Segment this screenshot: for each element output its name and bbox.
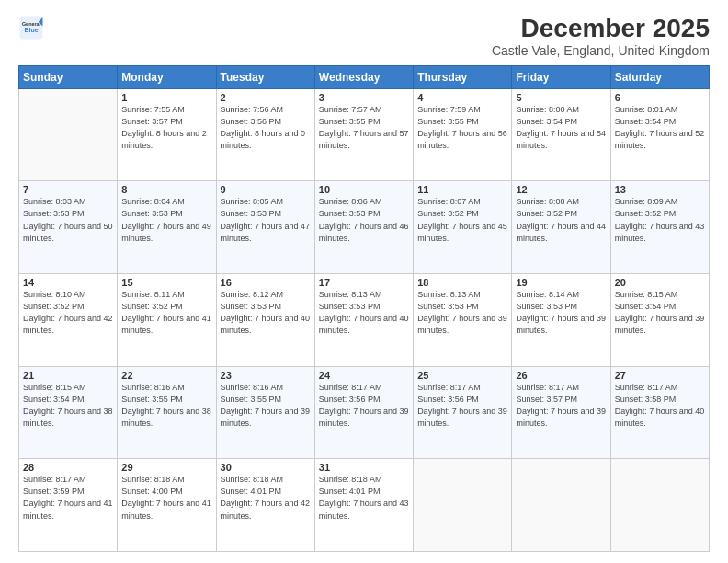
- daylight-text: Daylight: 7 hours and 41 minutes.: [121, 314, 211, 335]
- table-row: 27Sunrise: 8:17 AMSunset: 3:58 PMDayligh…: [610, 366, 709, 459]
- daylight-text: Daylight: 7 hours and 47 minutes.: [221, 222, 311, 243]
- svg-text:Blue: Blue: [24, 27, 38, 33]
- sunset-text: Sunset: 3:52 PM: [615, 209, 677, 218]
- table-row: 7Sunrise: 8:03 AMSunset: 3:53 PMDaylight…: [19, 181, 118, 274]
- col-tuesday: Tuesday: [216, 65, 314, 88]
- sunset-text: Sunset: 3:53 PM: [319, 302, 381, 311]
- daylight-text: Daylight: 7 hours and 49 minutes.: [121, 222, 211, 243]
- day-number: 14: [23, 277, 113, 288]
- day-number: 7: [23, 184, 113, 195]
- table-row: 18Sunrise: 8:13 AMSunset: 3:53 PMDayligh…: [414, 274, 512, 367]
- day-info: Sunrise: 8:18 AMSunset: 4:01 PMDaylight:…: [221, 474, 311, 522]
- sunset-text: Sunset: 3:56 PM: [417, 395, 479, 404]
- page: General Blue December 2025 Castle Vale, …: [0, 0, 728, 563]
- daylight-text: Daylight: 7 hours and 44 minutes.: [516, 222, 606, 243]
- day-info: Sunrise: 8:01 AMSunset: 3:54 PMDaylight:…: [615, 104, 705, 152]
- sunset-text: Sunset: 3:55 PM: [417, 117, 479, 126]
- table-row: 26Sunrise: 8:17 AMSunset: 3:57 PMDayligh…: [512, 366, 610, 459]
- day-info: Sunrise: 7:55 AMSunset: 3:57 PMDaylight:…: [121, 104, 211, 152]
- daylight-text: Daylight: 7 hours and 39 minutes.: [615, 314, 705, 335]
- day-number: 23: [221, 370, 311, 381]
- sunrise-text: Sunrise: 8:13 AM: [417, 290, 481, 299]
- day-number: 9: [221, 184, 311, 195]
- table-row: [512, 459, 610, 552]
- sunset-text: Sunset: 3:54 PM: [23, 395, 85, 404]
- daylight-text: Daylight: 7 hours and 45 minutes.: [417, 222, 507, 243]
- day-number: 27: [615, 370, 705, 381]
- calendar-subtitle: Castle Vale, England, United Kingdom: [492, 43, 710, 58]
- col-monday: Monday: [118, 65, 216, 88]
- day-number: 21: [23, 370, 113, 381]
- daylight-text: Daylight: 7 hours and 38 minutes.: [23, 407, 113, 428]
- sunrise-text: Sunrise: 8:05 AM: [221, 197, 284, 206]
- day-info: Sunrise: 8:18 AMSunset: 4:00 PMDaylight:…: [121, 474, 211, 522]
- sunset-text: Sunset: 3:54 PM: [615, 302, 677, 311]
- day-info: Sunrise: 8:08 AMSunset: 3:52 PMDaylight:…: [516, 196, 606, 244]
- sunrise-text: Sunrise: 8:17 AM: [417, 383, 481, 392]
- sunrise-text: Sunrise: 7:55 AM: [121, 105, 185, 114]
- day-number: 1: [121, 92, 211, 103]
- sunrise-text: Sunrise: 8:18 AM: [121, 475, 185, 484]
- table-row: 16Sunrise: 8:12 AMSunset: 3:53 PMDayligh…: [216, 274, 314, 367]
- header: General Blue December 2025 Castle Vale, …: [18, 15, 710, 58]
- day-number: 22: [121, 370, 211, 381]
- title-block: December 2025 Castle Vale, England, Unit…: [492, 15, 710, 58]
- day-info: Sunrise: 8:09 AMSunset: 3:52 PMDaylight:…: [615, 196, 705, 244]
- table-row: 12Sunrise: 8:08 AMSunset: 3:52 PMDayligh…: [512, 181, 610, 274]
- calendar-week-row: 21Sunrise: 8:15 AMSunset: 3:54 PMDayligh…: [19, 366, 710, 459]
- daylight-text: Daylight: 7 hours and 43 minutes.: [319, 499, 409, 520]
- daylight-text: Daylight: 7 hours and 39 minutes.: [417, 314, 507, 335]
- sunset-text: Sunset: 4:01 PM: [221, 487, 282, 496]
- day-info: Sunrise: 7:56 AMSunset: 3:56 PMDaylight:…: [221, 104, 311, 152]
- table-row: 23Sunrise: 8:16 AMSunset: 3:55 PMDayligh…: [216, 366, 314, 459]
- sunrise-text: Sunrise: 8:18 AM: [319, 475, 382, 484]
- sunset-text: Sunset: 3:55 PM: [121, 395, 183, 404]
- sunset-text: Sunset: 3:55 PM: [221, 395, 282, 404]
- sunset-text: Sunset: 3:53 PM: [516, 302, 577, 311]
- daylight-text: Daylight: 7 hours and 43 minutes.: [615, 222, 705, 243]
- sunset-text: Sunset: 3:57 PM: [121, 117, 183, 126]
- sunrise-text: Sunrise: 8:13 AM: [319, 290, 382, 299]
- sunset-text: Sunset: 4:00 PM: [121, 487, 183, 496]
- table-row: 14Sunrise: 8:10 AMSunset: 3:52 PMDayligh…: [19, 274, 118, 367]
- daylight-text: Daylight: 8 hours and 2 minutes.: [121, 129, 207, 150]
- sunrise-text: Sunrise: 7:57 AM: [319, 105, 382, 114]
- day-number: 5: [516, 92, 606, 103]
- table-row: 19Sunrise: 8:14 AMSunset: 3:53 PMDayligh…: [512, 274, 610, 367]
- day-info: Sunrise: 8:06 AMSunset: 3:53 PMDaylight:…: [319, 196, 409, 244]
- day-info: Sunrise: 8:17 AMSunset: 3:59 PMDaylight:…: [23, 474, 113, 522]
- day-info: Sunrise: 8:00 AMSunset: 3:54 PMDaylight:…: [516, 104, 606, 152]
- table-row: 3Sunrise: 7:57 AMSunset: 3:55 PMDaylight…: [314, 88, 413, 181]
- day-info: Sunrise: 8:16 AMSunset: 3:55 PMDaylight:…: [121, 382, 211, 430]
- table-row: 21Sunrise: 8:15 AMSunset: 3:54 PMDayligh…: [19, 366, 118, 459]
- sunset-text: Sunset: 3:52 PM: [23, 302, 85, 311]
- day-number: 18: [417, 277, 507, 288]
- day-number: 12: [516, 184, 606, 195]
- table-row: 20Sunrise: 8:15 AMSunset: 3:54 PMDayligh…: [610, 274, 709, 367]
- table-row: 8Sunrise: 8:04 AMSunset: 3:53 PMDaylight…: [118, 181, 216, 274]
- sunrise-text: Sunrise: 8:18 AM: [221, 475, 284, 484]
- day-info: Sunrise: 7:59 AMSunset: 3:55 PMDaylight:…: [417, 104, 507, 152]
- svg-text:General: General: [22, 21, 41, 27]
- day-info: Sunrise: 8:04 AMSunset: 3:53 PMDaylight:…: [121, 196, 211, 244]
- table-row: 1Sunrise: 7:55 AMSunset: 3:57 PMDaylight…: [118, 88, 216, 181]
- day-number: 4: [417, 92, 507, 103]
- table-row: 31Sunrise: 8:18 AMSunset: 4:01 PMDayligh…: [314, 459, 413, 552]
- table-row: 29Sunrise: 8:18 AMSunset: 4:00 PMDayligh…: [118, 459, 216, 552]
- daylight-text: Daylight: 7 hours and 39 minutes.: [516, 314, 606, 335]
- table-row: 13Sunrise: 8:09 AMSunset: 3:52 PMDayligh…: [610, 181, 709, 274]
- table-row: 17Sunrise: 8:13 AMSunset: 3:53 PMDayligh…: [314, 274, 413, 367]
- day-number: 20: [615, 277, 705, 288]
- daylight-text: Daylight: 7 hours and 46 minutes.: [319, 222, 409, 243]
- table-row: 28Sunrise: 8:17 AMSunset: 3:59 PMDayligh…: [19, 459, 118, 552]
- day-info: Sunrise: 8:17 AMSunset: 3:58 PMDaylight:…: [615, 382, 705, 430]
- sunset-text: Sunset: 3:57 PM: [516, 395, 577, 404]
- table-row: 30Sunrise: 8:18 AMSunset: 4:01 PMDayligh…: [216, 459, 314, 552]
- day-number: 26: [516, 370, 606, 381]
- daylight-text: Daylight: 7 hours and 39 minutes.: [516, 407, 606, 428]
- sunrise-text: Sunrise: 8:01 AM: [615, 105, 678, 114]
- col-friday: Friday: [512, 65, 610, 88]
- calendar-title: December 2025: [492, 15, 710, 43]
- calendar-header-row: Sunday Monday Tuesday Wednesday Thursday…: [19, 65, 710, 88]
- sunset-text: Sunset: 3:59 PM: [23, 487, 85, 496]
